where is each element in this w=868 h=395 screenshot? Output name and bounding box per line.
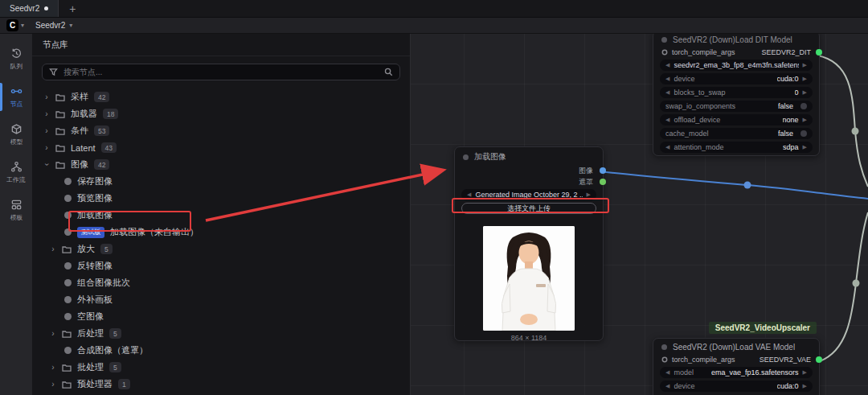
chevron-right-icon[interactable]: ›: [43, 126, 50, 135]
chevron-right-icon[interactable]: ›: [43, 162, 51, 168]
chevron-right-icon[interactable]: ›: [43, 93, 50, 101]
node-title-bar[interactable]: 加载图像: [455, 147, 603, 165]
arrow-left-icon[interactable]: ◀: [665, 76, 669, 82]
collapse-dot-icon[interactable]: [661, 37, 667, 43]
folder-icon: [62, 380, 72, 389]
folder-icon: [55, 143, 65, 153]
arrow-right-icon[interactable]: ▶: [587, 191, 591, 198]
tree-folder-条件[interactable]: ›条件53: [32, 122, 410, 139]
graph-canvas[interactable]: 加载图像 图像 遮罩 ◀Generated Image October 29, …: [411, 34, 868, 395]
chevron-down-icon[interactable]: ▾: [21, 22, 24, 29]
tree-folder-加载器[interactable]: ›加载器18: [32, 105, 410, 122]
tree-item-保存图像[interactable]: 保存图像: [32, 173, 410, 190]
count-badge: 18: [103, 109, 118, 119]
sidebar-item-label: 模板: [10, 213, 23, 222]
tree-folder-后处理[interactable]: ›后处理5: [32, 325, 410, 342]
arrow-left-icon[interactable]: ◀: [665, 89, 669, 96]
node-seedvr2-dit[interactable]: SeedVR2 (Down)Load DIT Model torch_compi…: [653, 34, 820, 156]
tree-folder-采样[interactable]: ›采样42: [32, 88, 410, 105]
image-preview[interactable]: [483, 226, 575, 331]
chevron-right-icon[interactable]: ›: [50, 363, 56, 372]
search-input[interactable]: [63, 68, 379, 76]
output-dot-vae[interactable]: [816, 356, 822, 363]
output-dot-image[interactable]: [600, 167, 606, 174]
output-slot-mask[interactable]: 遮罩: [455, 176, 603, 187]
tree-item-反转图像[interactable]: 反转图像: [32, 257, 410, 274]
node-title-bar[interactable]: SeedVR2 (Down)Load VAE Model: [653, 339, 819, 354]
widget-model[interactable]: ◀modelema_vae_fp16.safetensors▶: [660, 367, 813, 378]
arrow-right-icon[interactable]: ▶: [803, 62, 807, 68]
output-slot-image[interactable]: 图像: [455, 165, 603, 176]
chevron-right-icon[interactable]: ›: [50, 245, 56, 253]
arrow-right-icon[interactable]: ▶: [803, 76, 807, 82]
chevron-right-icon[interactable]: ›: [50, 329, 56, 338]
arrow-right-icon[interactable]: ▶: [803, 369, 807, 376]
node-load-image[interactable]: 加载图像 图像 遮罩 ◀Generated Image October 29, …: [454, 146, 604, 341]
collapse-dot-icon[interactable]: [661, 344, 667, 350]
tree-item-预览图像[interactable]: 预览图像: [32, 190, 410, 207]
arrow-left-icon[interactable]: ◀: [665, 369, 669, 376]
sidebar-item-templates[interactable]: 模板: [0, 191, 32, 229]
tree-folder-放大[interactable]: ›放大5: [32, 241, 410, 257]
reroute-dot[interactable]: [853, 280, 860, 287]
toggle-icon[interactable]: [800, 130, 807, 137]
tree-folder-批处理[interactable]: ›批处理5: [32, 359, 410, 376]
node-seedvr2-vae[interactable]: SeedVR2 (Down)Load VAE Model torch_compi…: [653, 338, 820, 395]
search-icon[interactable]: [384, 68, 393, 76]
arrow-right-icon[interactable]: ▶: [803, 144, 807, 150]
arrow-left-icon[interactable]: ◀: [665, 117, 669, 123]
tree-item-组合图像批次[interactable]: 组合图像批次: [32, 274, 410, 291]
tree-item-空图像[interactable]: 空图像: [32, 308, 410, 325]
queue-history-icon: [10, 47, 23, 60]
comfyui-logo[interactable]: C: [6, 19, 18, 31]
widget-swap_io_components[interactable]: swap_io_componentsfalse: [660, 101, 813, 112]
tree-folder-图像[interactable]: ›图像42: [32, 156, 410, 173]
output-dot-dit[interactable]: [816, 49, 822, 56]
output-label: SEEDVR2_VAE: [760, 356, 811, 364]
collapse-dot-icon[interactable]: [463, 154, 469, 160]
wire-vae-model: [820, 212, 868, 361]
widget-device[interactable]: ◀devicecuda:0▶: [660, 73, 813, 84]
node-title-bar[interactable]: SeedVR2 (Down)Load DIT Model: [653, 34, 819, 47]
output-dot-mask[interactable]: [600, 179, 606, 185]
sidebar-item-nodes[interactable]: 节点: [0, 78, 32, 116]
arrow-left-icon[interactable]: ◀: [665, 383, 669, 389]
widget-attention_mode[interactable]: ◀attention_modesdpa▶: [660, 142, 813, 153]
arrow-left-icon[interactable]: ◀: [665, 144, 669, 150]
chevron-right-icon[interactable]: ›: [43, 109, 50, 118]
arrow-right-icon[interactable]: ▶: [803, 89, 807, 96]
sidebar-item-workflows[interactable]: 工作流: [0, 154, 32, 191]
widget-value: 0: [795, 88, 799, 97]
reroute-dot[interactable]: [744, 182, 751, 189]
reroute-dot[interactable]: [852, 128, 859, 135]
tree-item-外补画板[interactable]: 外补画板: [32, 291, 410, 308]
arrow-right-icon[interactable]: ▶: [803, 117, 807, 123]
workflow-tab[interactable]: Seedvr2: [0, 0, 59, 17]
widget-device[interactable]: ◀devicecuda:0▶: [660, 381, 813, 392]
arrow-right-icon[interactable]: ▶: [803, 383, 807, 389]
input-slot-torch-compile-args[interactable]: torch_compile_args: [661, 356, 735, 364]
widget-offload_device[interactable]: ◀offload_devicenone▶: [660, 114, 813, 125]
sidebar-item-models[interactable]: 模型: [0, 116, 32, 154]
tree-item-合成图像（遮罩）[interactable]: 合成图像（遮罩）: [32, 342, 410, 359]
tree-item-label: 预处理器: [77, 378, 113, 390]
count-badge: 42: [94, 159, 109, 170]
toggle-icon[interactable]: [800, 103, 807, 109]
arrow-left-icon[interactable]: ◀: [665, 62, 669, 68]
widget-blocks_to_swap[interactable]: ◀blocks_to_swap0▶: [660, 87, 813, 98]
tree-folder-预处理器[interactable]: ›预处理器1: [32, 376, 410, 393]
widget-cache_model[interactable]: cache_modelfalse: [660, 128, 813, 139]
arrow-left-icon[interactable]: ◀: [467, 191, 471, 198]
sidebar-item-queue[interactable]: 队列: [0, 40, 32, 78]
input-slot-torch-compile-args[interactable]: torch_compile_args: [661, 48, 735, 56]
node-title: 加载图像: [474, 151, 506, 163]
tree-folder-Latent[interactable]: ›Latent43: [32, 139, 410, 156]
chevron-right-icon[interactable]: ›: [50, 380, 56, 389]
group-title[interactable]: SeedVR2_VideoUpscaler: [709, 322, 817, 334]
widget-combo[interactable]: ◀seedvr2_ema_3b_fp8_e4m3fn.safetens ...▶: [660, 60, 813, 71]
workflow-name-menu[interactable]: Seedvr2 ▾: [35, 21, 72, 30]
node-search-box[interactable]: [42, 64, 400, 80]
new-workflow-tab-button[interactable]: +: [59, 0, 86, 17]
chevron-right-icon[interactable]: ›: [43, 143, 50, 152]
filter-icon[interactable]: [49, 68, 58, 76]
